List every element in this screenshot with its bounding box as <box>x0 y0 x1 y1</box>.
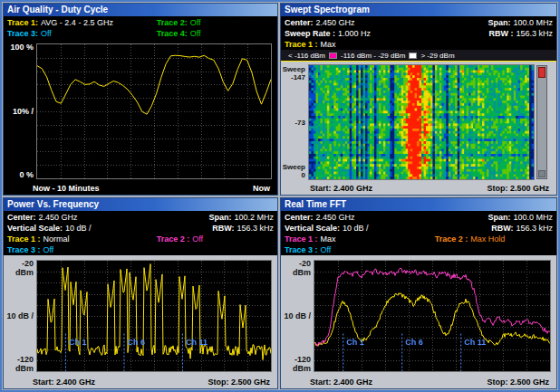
info-row: Center:2.450 GHz Span:100.0 MHz <box>285 212 553 223</box>
panel-title: Real Time FFT <box>285 199 346 209</box>
analyzer-window: Air Quality - Duty Cycle Trace 1:AVG - 2… <box>0 0 560 392</box>
sweep-rate-value: 1.000 Hz <box>338 29 371 38</box>
y-label-bot: -120 dBm <box>4 355 34 373</box>
trace3-label: Trace 3 : <box>7 245 41 254</box>
span-field: Span:100.2 MHz <box>208 212 274 223</box>
center-label: Center: <box>7 213 36 222</box>
real-time-fft-chart[interactable] <box>314 260 551 372</box>
vertical-scale-label: Vertical Scale: <box>285 224 340 233</box>
duty-cycle-chart[interactable] <box>36 43 272 179</box>
rbw-field: RBW:156.3 kHz <box>212 223 274 234</box>
scrollbar-end[interactable] <box>538 170 546 177</box>
sweep-axis-bottom: Sweep 0 <box>281 163 305 179</box>
trace3-value: Off <box>43 245 54 254</box>
vertical-scale-field: Vertical Scale:10 dB / <box>7 223 212 234</box>
pvf-info: Center:2.450 GHz Span:100.2 MHz Vertical… <box>4 211 277 255</box>
trace2-field: Trace 2 :Off <box>157 234 274 244</box>
power-vs-frequency-chart[interactable] <box>36 260 272 372</box>
y-label-mid: 10 dB / <box>4 311 34 320</box>
legend-high-text: > -29 dBm <box>420 52 454 60</box>
trace1-value: Max <box>321 40 336 49</box>
spectrogram-info: Center:2.450 GHz Span:100.0 MHz Sweep Ra… <box>281 16 556 50</box>
legend-low-text: < -116 dBm <box>288 52 325 60</box>
trace1-label: Trace 1 : <box>285 234 318 244</box>
trace3-field: Trace 3 :Off <box>285 244 553 255</box>
y-label-top: -20 dBm <box>4 259 34 277</box>
trace2-field: Trace 2:Off <box>157 17 274 28</box>
trace1-label: Trace 1 : <box>285 40 318 49</box>
color-scale-legend: < -116 dBm -116 dBm - -29 dBm > -29 dBm <box>281 50 556 62</box>
info-row: Trace 3:Off Trace 4:Off <box>7 28 274 39</box>
trace3-value: Off <box>41 29 52 38</box>
center-value: 2.450 GHz <box>39 213 78 222</box>
titlebar-duty-cycle[interactable]: Air Quality - Duty Cycle <box>4 4 277 16</box>
rbw-field: RBW:156.3 kHz <box>491 223 553 234</box>
sweep-axis-top: Sweep -147 <box>281 65 305 81</box>
y-label-top: 100 % <box>4 43 34 52</box>
fft-info: Center:2.450 GHz Span:100.0 MHz Vertical… <box>281 211 556 255</box>
sweep-value-bot: 0 <box>281 171 305 179</box>
rbw-field: RBW :156.3 kHz <box>488 28 553 39</box>
spectrogram-x-axis: Start: 2.400 GHz Stop: 2.500 GHz <box>281 183 556 195</box>
spectrogram-scrollbar[interactable] <box>536 65 547 179</box>
titlebar-power-vs-frequency[interactable]: Power Vs. Frequency <box>4 198 277 211</box>
span-field: Span:100.0 MHz <box>488 212 553 223</box>
rbw-value: 156.3 kHz <box>516 224 553 233</box>
x-label-left: Now - 10 Minutes <box>33 183 100 195</box>
y-label-mid: 10% / <box>4 107 34 116</box>
duty-x-axis: Now - 10 Minutes Now <box>4 183 277 195</box>
stop-freq-label: Stop: 2.500 GHz <box>208 377 270 388</box>
span-value: 100.0 MHz <box>513 213 553 222</box>
fft-plot-zone: -20 dBm 10 dB / -120 dBm <box>281 255 556 377</box>
trace2-label: Trace 2: <box>157 18 188 27</box>
center-value: 2.450 GHz <box>316 213 355 222</box>
legend-mid-text: -116 dBm - -29 dBm <box>341 52 405 60</box>
trace1-value: Normal <box>43 234 70 244</box>
span-label: Span: <box>488 18 510 27</box>
trace1-label: Trace 1 : <box>7 234 41 244</box>
trace1-field: Trace 1:AVG - 2.4 - 2.5 GHz <box>7 17 157 28</box>
trace3-field: Trace 3 :Off <box>7 244 274 255</box>
titlebar-spectrogram[interactable]: Swept Spectrogram <box>281 4 556 16</box>
center-field: Center:2.450 GHz <box>7 212 208 223</box>
span-label: Span: <box>208 213 231 222</box>
duty-y-axis: 100 % 10% / 0 % <box>4 39 36 183</box>
titlebar-real-time-fft[interactable]: Real Time FFT <box>281 198 556 211</box>
stop-freq-label: Stop: 2.500 GHz <box>487 183 549 195</box>
sweep-value-mid: -73 <box>281 119 305 127</box>
trace4-value: Off <box>190 29 201 38</box>
sweep-axis: Sweep -147 -73 Sweep 0 <box>281 62 308 183</box>
panel-power-vs-frequency: Power Vs. Frequency Center:2.450 GHz Spa… <box>3 197 278 389</box>
panel-title: Swept Spectrogram <box>285 5 370 14</box>
trace1-field: Trace 1 :Max <box>285 234 435 244</box>
trace4-label: Trace 4: <box>157 29 188 38</box>
sweep-label: Sweep <box>281 163 305 171</box>
spectrogram-heatmap[interactable] <box>308 64 535 180</box>
vertical-scale-label: Vertical Scale: <box>7 224 63 233</box>
span-label: Span: <box>488 213 510 222</box>
panel-duty-cycle: Air Quality - Duty Cycle Trace 1:AVG - 2… <box>3 3 278 196</box>
trace2-label: Trace 2 : <box>157 234 190 244</box>
vertical-scale-value: 10 dB / <box>343 224 369 233</box>
trace3-label: Trace 3 : <box>285 245 318 254</box>
span-field: Span:100.0 MHz <box>488 17 553 28</box>
info-row: Vertical Scale:10 dB / RBW:156.3 kHz <box>7 223 274 234</box>
rbw-label: RBW: <box>212 224 234 233</box>
legend-mid-swatch <box>329 53 337 59</box>
rbw-value: 156.3 kHz <box>516 29 553 38</box>
panel-title: Power Vs. Frequency <box>7 199 99 209</box>
y-label-bot: -120 dBm <box>281 355 311 373</box>
pvf-plot-zone: -20 dBm 10 dB / -120 dBm <box>4 255 277 377</box>
vertical-scale-value: 10 dB / <box>65 224 92 233</box>
trace3-label: Trace 3: <box>7 29 38 38</box>
rbw-value: 156.3 kHz <box>237 224 274 233</box>
center-label: Center: <box>285 213 314 222</box>
trace1-field: Trace 1 :Normal <box>7 234 157 244</box>
vertical-scale-field: Vertical Scale:10 dB / <box>285 223 491 234</box>
panel-swept-spectrogram: Swept Spectrogram Center:2.450 GHz Span:… <box>280 3 557 196</box>
info-row: Center:2.450 GHz Span:100.0 MHz <box>285 17 553 28</box>
info-row: Center:2.450 GHz Span:100.2 MHz <box>7 212 274 223</box>
rbw-label: RBW : <box>488 29 513 38</box>
trace1-label: Trace 1: <box>7 18 38 27</box>
scrollbar-thumb[interactable] <box>538 67 546 78</box>
